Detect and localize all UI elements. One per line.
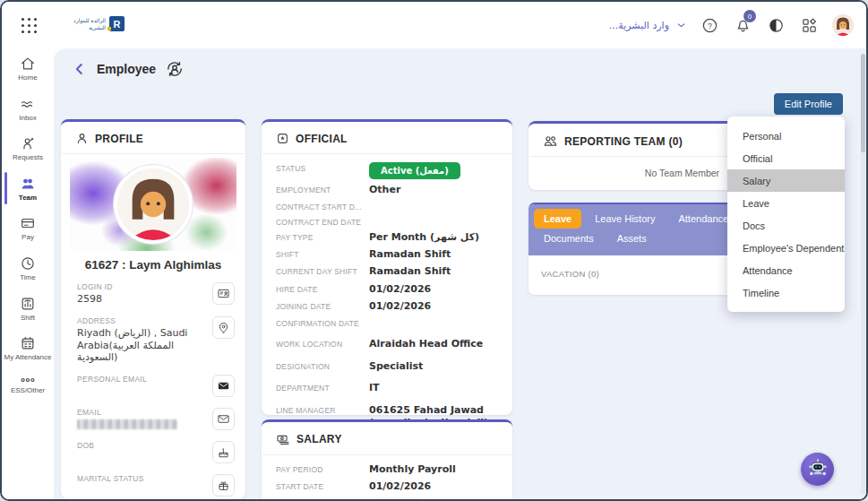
tab-documents[interactable]: Documents	[534, 229, 604, 248]
profile-photo	[70, 158, 236, 251]
salary-card-title: SALARY	[296, 433, 342, 445]
sidebar-item-home[interactable]: Home	[2, 48, 54, 89]
profile-card-title: PROFILE	[95, 133, 143, 145]
salary-card: SALARY PAY PERIOD Monthly Payroll START …	[262, 419, 512, 499]
official-row-confirmation-date: CONFIRMATION DATE	[262, 315, 512, 331]
profile-field-personal-email: PERSONAL EMAIL	[61, 369, 245, 402]
sidebar-item-inbox[interactable]: Inbox	[2, 89, 54, 129]
module-label: ...وارد البشرية	[609, 20, 669, 31]
people-icon	[543, 134, 558, 149]
official-row-hire-date: HIRE DATE 01/02/2026	[262, 281, 512, 298]
tab-leave-history[interactable]: Leave History	[585, 209, 665, 229]
theme-toggle-button[interactable]	[766, 15, 786, 35]
official-row-department: DEPARTMENT IT	[262, 375, 512, 397]
official-card-title: OFFICIAL	[296, 133, 348, 145]
tab-leave[interactable]: Leave	[534, 209, 581, 229]
reporting-card-title: REPORTING TEAM (0)	[564, 135, 683, 148]
official-row-pay-type: PAY TYPE Per Month (كل شهر)	[262, 229, 512, 246]
chevron-down-icon	[676, 21, 686, 30]
team-icon	[20, 176, 36, 192]
menu-item-leave[interactable]: Leave	[727, 192, 845, 214]
brand-arabic-text: الرائدة للموارد البشرية	[66, 17, 106, 30]
sidebar-item-my-attendance[interactable]: My Attendance	[2, 328, 54, 368]
official-row-contract-end: CONTRACT END DATE	[262, 213, 512, 229]
switch-employee-icon[interactable]	[165, 59, 185, 79]
official-row-shift: SHIFT Ramadan Shift	[262, 246, 512, 263]
official-row-current-day-shift: CURRENT DAY SHIFT Ramadan Shift	[262, 263, 512, 281]
menu-item-employees-dependent[interactable]: Employee's Dependent	[727, 237, 845, 259]
menu-item-docs[interactable]: Docs	[727, 214, 845, 237]
inbox-icon	[20, 96, 36, 112]
profile-field-dob: DOB	[61, 436, 245, 469]
apps-grid-icon	[801, 17, 818, 34]
official-row-work-location: WORK LOCATION Alraidah Head Office	[262, 331, 512, 353]
sidebar-item-team[interactable]: Team	[2, 168, 54, 209]
profile-field-email: EMAIL	[61, 402, 245, 436]
profile-card: PROFILE 61627 : Laym Alghimlas LOGIN ID …	[61, 119, 245, 499]
official-row-status: STATUS Active (مفعل)	[262, 160, 512, 181]
brand-mark: R	[109, 16, 125, 31]
envelope-icon[interactable]	[212, 408, 235, 430]
menu-item-official[interactable]: Official	[727, 147, 845, 169]
notification-badge: 0	[743, 10, 756, 22]
profile-field-marital-status: MARITAL STATUS	[61, 469, 245, 499]
gift-icon[interactable]	[212, 474, 235, 497]
home-icon	[20, 56, 36, 72]
help-button[interactable]: ?	[700, 15, 719, 35]
scrollbar-track[interactable]	[861, 54, 865, 494]
id-card-icon[interactable]	[212, 282, 235, 305]
app-launcher-icon[interactable]	[21, 18, 38, 34]
module-switcher[interactable]: ...وارد البشرية	[609, 20, 686, 31]
back-button[interactable]	[72, 61, 88, 77]
salary-row-base-salary: BASE SALARY	[262, 496, 512, 499]
half-circle-icon	[768, 17, 785, 34]
official-row-employment: EMPLOYMENT Other	[262, 181, 512, 198]
person-icon	[75, 132, 89, 145]
chatbot-button[interactable]	[801, 453, 834, 486]
tab-assets[interactable]: Assets	[607, 229, 657, 248]
svg-text:?: ?	[708, 21, 712, 30]
salary-row-pay-period: PAY PERIOD Monthly Payroll	[262, 461, 512, 478]
redacted-email-value	[77, 419, 177, 429]
menu-item-salary[interactable]: Salary	[727, 169, 845, 192]
sidebar-item-requests[interactable]: Requests	[2, 128, 54, 168]
main-content: Employee Edit Profile PROFILE 61627 : La…	[54, 48, 866, 499]
sidebar-item-pay[interactable]: Pay	[2, 208, 54, 248]
user-avatar[interactable]	[832, 14, 854, 36]
menu-item-timeline[interactable]: Timeline	[727, 281, 845, 304]
envelope-filled-icon[interactable]	[212, 375, 235, 397]
shift-icon	[20, 296, 36, 312]
requests-icon	[20, 135, 36, 151]
official-card: OFFICIAL STATUS Active (مفعل) EMPLOYMENT…	[262, 119, 512, 415]
scrollbar-thumb[interactable]	[861, 54, 865, 152]
sidebar-item-ess-other[interactable]: ESS/Other	[2, 368, 54, 402]
profile-sections-menu: Personal Official Salary Leave Docs Empl…	[727, 117, 845, 312]
official-row-contract-start: CONTRACT START D...	[262, 198, 512, 213]
brand-logo: الرائدة للموارد البشرية R	[66, 16, 125, 31]
location-pin-icon[interactable]	[212, 316, 235, 339]
time-icon	[20, 255, 36, 272]
profile-field-login-id: LOGIN ID 2598	[61, 277, 245, 311]
menu-item-attendance[interactable]: Attendance	[727, 259, 845, 281]
notifications-button[interactable]: 0	[733, 15, 752, 35]
employee-name: 61627 : Laym Alghimlas	[61, 258, 245, 272]
page-title: Employee	[97, 62, 156, 76]
ellipsis-icon	[20, 376, 36, 384]
badge-icon	[276, 132, 289, 145]
official-row-joining-date: JOINING DATE 01/02/2026	[262, 298, 512, 315]
profile-field-address: ADDRESS Riyadh (الرياض) , Saudi Arabia(ا…	[61, 311, 245, 369]
status-badge: Active (مفعل)	[369, 162, 460, 179]
app-window: الرائدة للموارد البشرية R ...وارد البشري…	[0, 0, 868, 501]
pay-icon	[20, 215, 36, 231]
menu-item-personal[interactable]: Personal	[727, 125, 845, 147]
apps-button[interactable]	[799, 15, 819, 35]
employee-avatar	[114, 165, 193, 244]
sidebar-item-shift[interactable]: Shift	[2, 289, 54, 329]
cake-icon[interactable]	[212, 441, 235, 463]
topbar: الرائدة للموارد البشرية R ...وارد البشري…	[2, 2, 866, 48]
official-row-designation: DESIGNATION Specialist	[262, 353, 512, 376]
sidebar: Home Inbox Requests Team Pay Time	[2, 48, 54, 499]
edit-profile-button[interactable]: Edit Profile	[774, 93, 843, 115]
sidebar-item-time[interactable]: Time	[2, 248, 54, 289]
money-icon	[276, 432, 290, 446]
